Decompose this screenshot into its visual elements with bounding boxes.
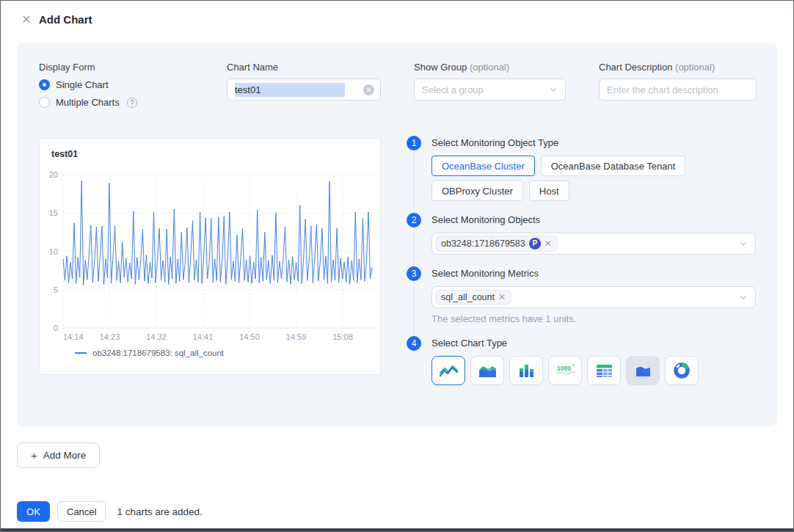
metric-tag-text: sql_all_count xyxy=(441,292,495,302)
chart-description-label-text: Chart Description xyxy=(599,62,672,73)
display-form-options: Single ChartMultiple Charts? xyxy=(39,79,215,108)
svg-text:14:32: 14:32 xyxy=(146,332,167,341)
svg-text:5: 5 xyxy=(54,285,58,294)
show-group-group: Show Group (optional) Select a group xyxy=(414,62,566,101)
chart-description-placeholder: Enter the chart description xyxy=(607,84,718,95)
show-group-label-text: Show Group xyxy=(414,62,467,73)
step-1-title: Select Monitoring Object Type xyxy=(431,137,773,148)
svg-text:+: + xyxy=(572,362,575,368)
chart-description-label: Chart Description (optional) xyxy=(599,62,757,73)
chart-type-line-chart-icon[interactable] xyxy=(431,356,465,385)
metric-tag: sql_all_count ✕ xyxy=(435,290,511,305)
step-4-title: Select Chart Type xyxy=(431,338,773,349)
add-more-button[interactable]: + Add More xyxy=(17,442,100,468)
help-icon[interactable]: ? xyxy=(127,98,137,108)
radio-label: Multiple Charts xyxy=(56,97,120,108)
step-3-title: Select Monitoring Metrics xyxy=(431,268,773,279)
add-more-label: Add More xyxy=(43,450,87,461)
wizard-steps: 1 Select Monitoring Object Type OceanBas… xyxy=(407,136,773,397)
step-select-metrics: 3 Select Monitoring Metrics sql_all_coun… xyxy=(407,266,773,336)
svg-text:20: 20 xyxy=(49,170,58,179)
plus-icon: + xyxy=(31,449,37,462)
dialog-footer: OK Cancel 1 charts are added. xyxy=(17,501,203,522)
chart-name-input[interactable]: test01 ✕ xyxy=(227,79,381,101)
ok-button[interactable]: OK xyxy=(17,501,50,522)
object-type-oceanbase-database-tenant[interactable]: OceanBase Database Tenant xyxy=(541,156,686,176)
remove-tag-icon[interactable]: ✕ xyxy=(544,238,552,249)
chart-type-top-number-icon[interactable]: 1000 + xyxy=(548,356,582,385)
radio-single-chart[interactable]: Single Chart xyxy=(39,79,215,90)
window-bottom-edge xyxy=(1,528,793,531)
step-2-title: Select Monitoring Objects xyxy=(431,214,773,225)
step-3-badge: 3 xyxy=(407,266,421,281)
object-type-obproxy-cluster[interactable]: OBProxy Cluster xyxy=(431,181,523,201)
svg-text:14:59: 14:59 xyxy=(286,332,307,341)
step-4-badge: 4 xyxy=(407,336,421,351)
object-type-host[interactable]: Host xyxy=(529,181,569,201)
step-select-objects: 2 Select Monitoring Objects ob3248:17186… xyxy=(407,213,773,266)
show-group-placeholder: Select a group xyxy=(422,84,484,95)
object-tag-text: ob3248:1718679583 xyxy=(441,238,525,249)
chart-type-buttons: 1000 + xyxy=(431,356,773,385)
show-group-optional: (optional) xyxy=(470,62,509,73)
svg-text:14:41: 14:41 xyxy=(193,332,214,341)
chart-type-table-chart-icon[interactable] xyxy=(587,356,621,385)
chevron-down-icon xyxy=(739,293,748,302)
dialog-title: Add Chart xyxy=(39,13,92,26)
svg-text:15: 15 xyxy=(49,208,58,217)
monitoring-objects-select[interactable]: ob3248:1718679583 P ✕ xyxy=(431,233,756,255)
primary-zone-badge: P xyxy=(529,238,541,249)
chart-type-bar-chart-icon[interactable] xyxy=(509,356,543,385)
chart-preview-card: test01 0510152014:1414:2314:3214:4114:50… xyxy=(39,138,381,375)
cancel-button[interactable]: Cancel xyxy=(57,501,106,522)
svg-text:14:23: 14:23 xyxy=(100,332,120,341)
radio-unselected-icon[interactable] xyxy=(39,97,50,108)
svg-text:14:50: 14:50 xyxy=(239,332,260,341)
chart-type-area-single-icon[interactable] xyxy=(626,356,660,385)
chart-name-value: test01 xyxy=(235,83,345,97)
step-select-chart-type: 4 Select Chart Type 1000 + xyxy=(407,336,773,397)
step-1-badge: 1 xyxy=(407,136,421,150)
radio-multiple-charts[interactable]: Multiple Charts? xyxy=(39,97,215,108)
dialog-header: ✕ Add Chart xyxy=(1,1,793,39)
close-icon[interactable]: ✕ xyxy=(20,13,33,26)
svg-text:15:08: 15:08 xyxy=(332,332,353,341)
show-group-label: Show Group (optional) xyxy=(414,62,566,73)
clear-input-icon[interactable]: ✕ xyxy=(363,84,374,95)
add-chart-dialog: ✕ Add Chart Display Form Single ChartMul… xyxy=(0,0,794,532)
step-select-object-type: 1 Select Monitoring Object Type OceanBas… xyxy=(407,136,773,213)
object-tag: ob3248:1718679583 P ✕ xyxy=(435,236,558,252)
monitoring-metrics-select[interactable]: sql_all_count ✕ xyxy=(431,286,756,308)
display-form-label: Display Form xyxy=(39,62,215,73)
step-2-badge: 2 xyxy=(407,213,421,227)
chart-description-group: Chart Description (optional) Enter the c… xyxy=(599,62,757,101)
chevron-down-icon xyxy=(549,85,558,94)
svg-text:1000: 1000 xyxy=(557,365,571,372)
chart-name-group: Chart Name test01 ✕ xyxy=(227,62,381,101)
svg-text:14:14: 14:14 xyxy=(63,332,84,341)
chart-description-optional: (optional) xyxy=(675,62,715,73)
chevron-down-icon xyxy=(739,239,748,248)
charts-added-status: 1 charts are added. xyxy=(117,506,202,517)
svg-text:ob3248:1718679583: sql_all_cou: ob3248:1718679583: sql_all_count xyxy=(92,349,225,357)
radio-selected-icon[interactable] xyxy=(39,79,50,90)
object-type-oceanbase-cluster[interactable]: OceanBase Cluster xyxy=(431,156,535,176)
radio-label: Single Chart xyxy=(56,79,109,90)
svg-text:0: 0 xyxy=(54,324,58,332)
metrics-unit-hint: The selected metrics have 1 units. xyxy=(431,313,773,324)
chart-description-input[interactable]: Enter the chart description xyxy=(599,79,757,101)
object-type-buttons: OceanBase ClusterOceanBase Database Tena… xyxy=(431,156,762,201)
svg-text:10: 10 xyxy=(49,247,58,256)
show-group-select[interactable]: Select a group xyxy=(414,79,566,101)
chart-type-donut-chart-icon[interactable] xyxy=(665,356,699,385)
chart-type-area-chart-icon[interactable] xyxy=(470,356,504,385)
display-form-group: Display Form Single ChartMultiple Charts… xyxy=(39,62,215,108)
line-chart-preview: 0510152014:1414:2314:3214:4114:5014:5915… xyxy=(40,139,382,374)
chart-config-panel: Display Form Single ChartMultiple Charts… xyxy=(17,43,777,426)
chart-name-label: Chart Name xyxy=(227,62,381,73)
remove-tag-icon[interactable]: ✕ xyxy=(498,292,506,302)
